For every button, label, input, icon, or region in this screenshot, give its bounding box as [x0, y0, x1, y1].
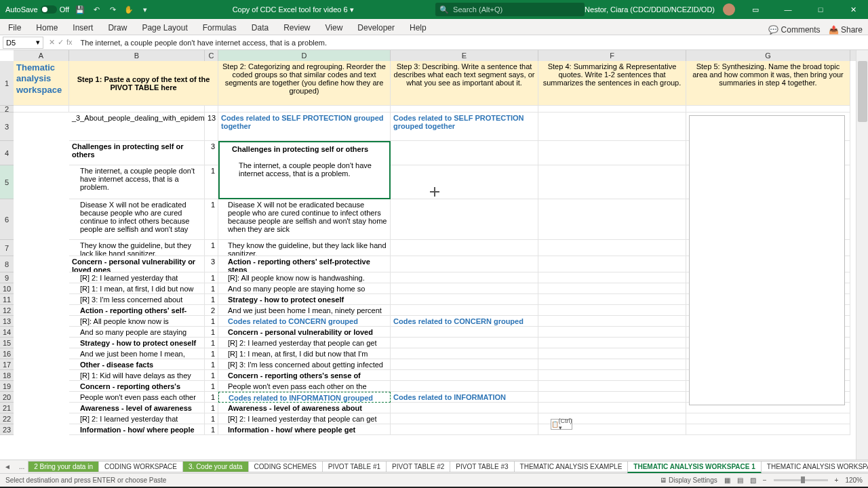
cell-B18[interactable]: [R] 1: Kid will have delays as they get — [69, 370, 205, 381]
zoom-slider[interactable] — [774, 479, 828, 481]
autosave-toggle[interactable]: AutoSave Off — [5, 5, 69, 14]
row-header[interactable]: 22 — [0, 413, 14, 424]
cell-F18[interactable] — [538, 370, 686, 381]
sheet-tab[interactable]: 2 Bring your data in — [28, 461, 99, 472]
paste-options-button[interactable]: 📋 (Ctrl) ▾ — [551, 419, 572, 430]
cell-D19[interactable]: People won't even pass each other on the… — [218, 381, 391, 392]
row-header[interactable]: 3 — [0, 113, 14, 141]
sheet-tab[interactable]: THEMATIC ANALYSIS EXAMPLE — [514, 461, 629, 472]
sheet-tab[interactable]: CODING SCHEMES — [248, 461, 323, 472]
tab-review[interactable]: Review — [281, 21, 313, 35]
cell-E14[interactable] — [391, 327, 538, 338]
cell-F17[interactable] — [538, 359, 686, 370]
tab-home[interactable]: Home — [33, 21, 60, 35]
user-name[interactable]: Nestor, Ciara (CDC/DDID/NCEZID/OD) — [585, 5, 715, 14]
cell-B16[interactable]: And we just been home I mean, — [69, 348, 205, 359]
cell-B3[interactable]: _3_About_people_dealing_with_epidemic — [69, 113, 205, 141]
cell-G1[interactable]: Step 5: Synthesizing. Name the broad top… — [686, 61, 850, 106]
tab-page-layout[interactable]: Page Layout — [139, 21, 190, 35]
sheet-nav-prev[interactable]: ◄ — [0, 463, 15, 470]
cell-B23[interactable]: Information - how/ where people get — [69, 424, 205, 435]
sheet-tab[interactable]: THEMATIC ANALYSIS WORKSPACE 2 — [761, 461, 868, 472]
tab-draw[interactable]: Draw — [105, 21, 130, 35]
cell-D22[interactable]: [R] 2: I learned yesterday that people c… — [218, 413, 391, 424]
cell-B19[interactable]: Concern - reporting others's sense of — [69, 381, 205, 392]
row-header[interactable]: 4 — [0, 141, 14, 165]
tab-data[interactable]: Data — [249, 21, 271, 35]
cell-D9[interactable]: [R]: All people know now is handwashing. — [218, 272, 391, 283]
cell-D11[interactable]: Strategy - how to protect oneself — [218, 294, 391, 305]
row-header[interactable]: 12 — [0, 305, 14, 316]
cell-E1[interactable]: Step 3: Describing. Write a sentence tha… — [391, 61, 538, 106]
cell-C3[interactable]: 13 — [205, 113, 218, 141]
cell-C21[interactable]: 1 — [205, 403, 218, 413]
cell-B7[interactable]: They know the guideline, but they lack l… — [69, 240, 205, 256]
cell-G22[interactable] — [686, 413, 850, 424]
cell-B14[interactable]: And so many people are staying — [69, 327, 205, 338]
cell-E5[interactable] — [391, 165, 538, 199]
column-header[interactable]: D — [218, 50, 391, 61]
cell-F8[interactable] — [538, 256, 686, 272]
cell-F6[interactable] — [538, 199, 686, 240]
cell-F12[interactable] — [538, 305, 686, 316]
cell-E22[interactable] — [391, 413, 538, 424]
cell-C15[interactable]: 1 — [205, 338, 218, 348]
cell-D1[interactable]: Step 2: Categorizing and regrouping. Reo… — [218, 61, 391, 106]
cell-E18[interactable] — [391, 370, 538, 381]
cell-E7[interactable] — [391, 240, 538, 256]
column-header[interactable]: E — [391, 50, 538, 61]
tab-help[interactable]: Help — [407, 21, 429, 35]
cell-C12[interactable]: 2 — [205, 305, 218, 316]
cell-D2[interactable] — [218, 106, 391, 113]
cell-B10[interactable]: [R] 1: I mean, at first, I did but now — [69, 283, 205, 294]
cancel-formula-icon[interactable]: ✕ — [49, 38, 55, 47]
row-header[interactable]: 19 — [0, 381, 14, 392]
cell-C20[interactable]: 1 — [205, 392, 218, 403]
cell-B20[interactable]: People won't even pass each other — [69, 392, 205, 403]
cell-C6[interactable]: 1 — [205, 199, 218, 240]
cell-E10[interactable] — [391, 283, 538, 294]
share-button[interactable]: 📤 Share — [829, 25, 863, 35]
touch-mode-icon[interactable]: ✋ — [123, 4, 134, 15]
cell-G23[interactable] — [686, 424, 850, 435]
cell-F10[interactable] — [538, 283, 686, 294]
cell-F15[interactable] — [538, 338, 686, 348]
cell-D6[interactable]: Disease X will not be eradicated because… — [218, 199, 391, 240]
cell-F11[interactable] — [538, 294, 686, 305]
cell-F19[interactable] — [538, 381, 686, 392]
cell-B8[interactable]: Concern - personal vulnerability or love… — [69, 256, 205, 272]
formula-input[interactable]: The internet, a couple people don't have… — [77, 39, 868, 47]
cell-E20[interactable]: Codes related to INFORMATION grouped — [391, 392, 538, 403]
row-header[interactable]: 7 — [0, 240, 14, 256]
cell-C7[interactable]: 1 — [205, 240, 218, 256]
row-header[interactable]: 5 — [0, 165, 14, 199]
tab-formulas[interactable]: Formulas — [200, 21, 239, 35]
document-title[interactable]: Copy of CDC Excel tool for video 6 ▾ — [151, 5, 435, 14]
ribbon-display-icon[interactable]: ▭ — [743, 0, 768, 19]
cell-D15[interactable]: [R] 2: I learned yesterday that people c… — [218, 338, 391, 348]
cell-E19[interactable] — [391, 381, 538, 392]
row-header[interactable]: 16 — [0, 348, 14, 359]
cell-D23[interactable]: Information - how/ where people get — [218, 424, 391, 435]
sheet-tab[interactable]: CODING WORKSPACE — [98, 461, 183, 472]
view-pagebreak-icon[interactable]: ▧ — [750, 476, 756, 484]
column-header[interactable]: F — [538, 50, 686, 61]
cell-C22[interactable]: 1 — [205, 413, 218, 424]
cell-A2[interactable] — [14, 106, 69, 113]
cell-C17[interactable]: 1 — [205, 359, 218, 370]
cell-E3[interactable]: Codes related to SELF PROTECTION grouped… — [391, 113, 538, 141]
cell-A1[interactable]: Thematic analysis workspace — [14, 61, 69, 106]
cell-D13[interactable]: Codes related to CONCERN grouped togethe… — [218, 316, 391, 327]
cell-B4[interactable]: Challenges in protecting self or others — [69, 141, 205, 165]
cell-C4[interactable]: 3 — [205, 141, 218, 165]
view-normal-icon[interactable]: ▦ — [724, 476, 730, 484]
zoom-out-button[interactable]: − — [763, 476, 767, 484]
cell-C2[interactable] — [205, 106, 218, 113]
column-header[interactable]: B — [69, 50, 205, 61]
cell-D8[interactable]: Action - reporting others' self-protecti… — [218, 256, 391, 272]
close-icon[interactable]: ✕ — [841, 0, 865, 19]
cell-B1[interactable]: Step 1: Paste a copy of the text of the … — [69, 61, 218, 106]
cell-E9[interactable] — [391, 272, 538, 283]
row-header[interactable]: 13 — [0, 316, 14, 327]
cell-C14[interactable]: 1 — [205, 327, 218, 338]
